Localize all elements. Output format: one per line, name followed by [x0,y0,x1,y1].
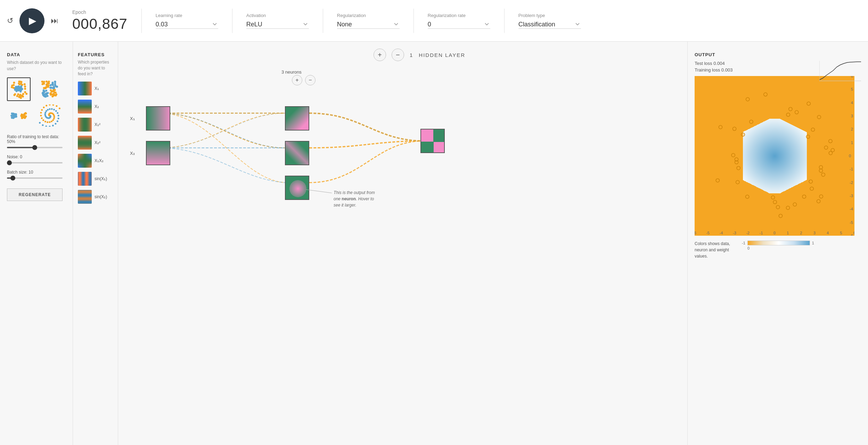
ratio-fill [7,147,35,148]
ratio-track [7,147,63,148]
playback-controls: ↺ ▶ ⏭ [7,8,58,33]
add-layer-button[interactable]: + [374,49,386,61]
regularization-label: Regularization [337,13,400,18]
hidden-neuron-2-canvas [286,142,309,165]
colorbar-tick-0: 0 [747,246,750,250]
input-neuron-x2-canvas [147,142,170,165]
divider-4 [413,9,414,33]
dataset-grid [7,77,66,127]
output-title: OUTPUT [695,52,861,57]
feature-sinx1[interactable]: sin(X₁) [78,172,113,186]
reset-button[interactable]: ↺ [7,16,13,25]
divider-2 [232,9,232,33]
dataset-spiral-preview [39,104,61,127]
hidden-layer-label: HIDDEN LAYER [419,52,465,58]
input-neuron-x1-canvas [147,107,170,131]
dataset-gaussian-preview [8,104,30,127]
batch-track [7,177,63,179]
dataset-xor-preview [39,78,61,100]
loss-chart [819,61,861,82]
batch-thumb[interactable] [10,176,15,180]
hidden-neuron-2[interactable] [285,141,309,165]
feature-x1sq-canvas [78,118,92,132]
input-neuron-x1[interactable] [146,106,170,131]
colorbar [747,241,810,245]
step-button[interactable]: ⏭ [51,16,58,25]
feature-x1x2-label: X₁X₂ [95,158,104,163]
hidden-neuron-1[interactable] [285,106,309,131]
colorbar-text: Colors shows data, neuron and weight val… [695,241,736,259]
network-diagram: + − 3 neurons [125,65,680,294]
noise-thumb[interactable] [7,160,12,165]
ratio-thumb[interactable] [32,145,37,150]
input-x2-label: X₂ [130,151,135,156]
feature-x2-canvas [78,100,92,114]
dataset-spiral[interactable] [38,104,62,127]
feature-x1-label: X₁ [95,86,99,91]
data-panel-subtitle: Which dataset do you want to use? [7,59,66,72]
hidden-layer-count: 1 [410,52,413,58]
feature-x1x2[interactable]: X₁X₂ [78,154,113,168]
divider-3 [323,9,323,33]
dataset-gaussian[interactable] [7,104,31,127]
feature-x1sq[interactable]: X₁² [78,118,113,132]
noise-slider-group: Noise: 0 [7,154,66,163]
network-svg [125,85,680,314]
input-neuron-x2[interactable] [146,141,170,165]
problem-type-group: Problem type Classification Regression [518,13,581,29]
feature-x1sq-label: X₁² [95,122,100,127]
data-panel-title: DATA [7,52,66,57]
feature-x2sq-canvas [78,136,92,150]
feature-sinx1-canvas [78,172,92,186]
reg-rate-select[interactable]: 0 0.001 0.003 0.01 0.03 0.1 0.3 1 3 10 [428,20,490,29]
hidden-neuron-1-canvas [286,107,309,131]
remove-layer-button[interactable]: − [392,49,404,61]
ratio-slider-group: Ratio of training to test data: 50% [7,134,66,148]
remove-neuron-button[interactable]: − [305,75,316,85]
feature-x1x2-canvas [78,154,92,168]
input-x1-label: X₁ [130,116,135,121]
dataset-xor[interactable] [38,77,62,101]
output-neuron[interactable] [420,129,445,153]
feature-x1[interactable]: X₁ [78,82,113,95]
add-neuron-button[interactable]: + [292,75,302,85]
feature-sinx2[interactable]: sin(X₂) [78,190,113,204]
feature-x2sq[interactable]: X₂² [78,136,113,150]
network-area: + − 1 HIDDEN LAYER + − 3 neurons [118,42,687,445]
play-icon: ▶ [29,15,36,26]
main-content: DATA Which dataset do you want to use? R… [0,42,868,445]
colorbar-container: -1 1 0 [742,241,817,250]
regenerate-button[interactable]: REGENERATE [7,188,63,201]
epoch-label: Epoch [72,9,128,15]
colorbar-max-label: 1 [812,241,814,245]
noise-track [7,162,63,163]
loss-section: Test loss 0.004 Training loss 0.003 [695,61,861,73]
feature-sinx2-thumb [78,190,92,204]
features-title: FEATURES [78,52,113,57]
regularization-select[interactable]: None L1 L2 [337,20,400,29]
feature-sinx1-label: sin(X₁) [95,176,107,181]
learning-rate-select[interactable]: 0.00001 0.0001 0.001 0.03 0.1 0.3 1 3 10 [156,20,218,29]
dataset-circles[interactable] [7,77,31,101]
feature-x2[interactable]: X₂ [78,100,113,114]
colorbar-ticks: 0 [742,246,817,250]
ratio-label: Ratio of training to test data: 50% [7,134,66,144]
problem-type-select[interactable]: Classification Regression [518,20,581,29]
reg-rate-label: Regularization rate [428,13,490,18]
regularization-group: Regularization None L1 L2 [337,13,400,29]
hidden-neuron-3-canvas [286,176,309,200]
output-neuron-canvas [421,129,445,153]
feature-x2-label: X₂ [95,104,99,109]
feature-x1-thumb [78,82,92,95]
feature-sinx1-thumb [78,172,92,186]
output-visualization [695,76,854,236]
feature-sinx2-canvas [78,190,92,204]
activation-select[interactable]: Linear ReLU Tanh Sigmoid [246,20,309,29]
colorbar-section: Colors shows data, neuron and weight val… [695,241,861,262]
epoch-block: Epoch 000,867 [72,9,128,32]
epoch-value: 000,867 [72,16,128,32]
hidden-neuron-3[interactable] [285,176,309,200]
feature-sinx2-label: sin(X₂) [95,194,107,199]
neurons-label: 3 neurons [281,69,302,75]
play-button[interactable]: ▶ [19,8,44,33]
